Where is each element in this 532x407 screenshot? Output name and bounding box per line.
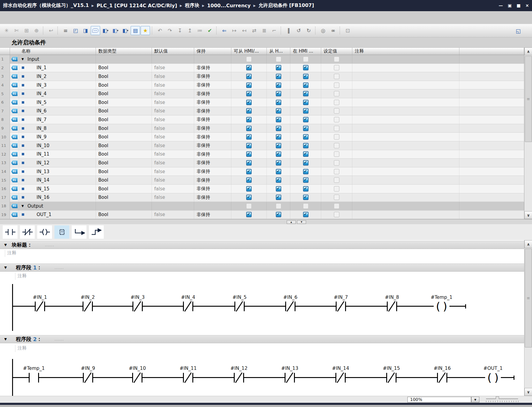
- name-cell[interactable]: IN_2: [19, 72, 96, 81]
- comment-cell[interactable]: [352, 211, 459, 219]
- retain-cell[interactable]: [194, 55, 231, 63]
- network-title-bar[interactable]: ▼程序段1：......: [0, 263, 524, 272]
- default-value-cell[interactable]: false: [152, 167, 194, 176]
- table-row[interactable]: 701IN_6Boolfalse非保持: [0, 107, 524, 116]
- nc-contact-element[interactable]: [234, 373, 244, 383]
- datatype-cell[interactable]: Bool: [96, 176, 152, 184]
- expand-triangle-icon[interactable]: ▼: [21, 204, 24, 208]
- setpoint-checkbox[interactable]: [334, 57, 339, 62]
- name-cell[interactable]: IN_5: [19, 98, 96, 107]
- comment-cell[interactable]: [352, 64, 459, 72]
- datatype-cell[interactable]: Bool: [96, 193, 152, 202]
- zoom-slider-track[interactable]: [486, 399, 518, 399]
- datatype-cell[interactable]: Bool: [96, 64, 152, 72]
- nc-contact-element[interactable]: [83, 373, 93, 383]
- hmi-writable-checkbox[interactable]: [276, 134, 281, 140]
- close-button[interactable]: ×: [525, 0, 529, 11]
- name-cell[interactable]: IN_8: [19, 124, 96, 133]
- hmi-accessible-checkbox[interactable]: [246, 134, 252, 140]
- network-display-icon[interactable]: ▤: [131, 26, 140, 35]
- favorite-open-branch-button[interactable]: [72, 225, 86, 239]
- ladder-scroll-down-button[interactable]: ∨: [524, 388, 532, 396]
- datatype-cell[interactable]: Bool: [96, 150, 152, 159]
- hmi-writable-checkbox[interactable]: [276, 74, 281, 79]
- operand-label[interactable]: #IN_8: [385, 295, 399, 301]
- setpoint-checkbox[interactable]: [334, 134, 339, 140]
- hmi-accessible-checkbox[interactable]: [246, 74, 252, 79]
- comment-cell[interactable]: [352, 141, 459, 150]
- column-header[interactable]: 设定值: [321, 48, 352, 55]
- hmi-writable-checkbox[interactable]: [276, 169, 281, 174]
- insert-row-icon[interactable]: ✳: [2, 26, 11, 35]
- know-how-protection-icon[interactable]: ⊡: [343, 26, 352, 35]
- breadcrumb-item[interactable]: 1000...Currency: [207, 3, 251, 8]
- table-row[interactable]: 1301IN_12Boolfalse非保持: [0, 159, 524, 167]
- datatype-cell[interactable]: Bool: [96, 159, 152, 167]
- hmi-accessible-checkbox[interactable]: [246, 169, 252, 174]
- name-cell[interactable]: IN_4: [19, 89, 96, 98]
- splitter-collapse-down-button[interactable]: ▼: [297, 220, 306, 224]
- save-snapshot-icon[interactable]: ↥: [185, 26, 194, 35]
- network-title-placeholder[interactable]: ......: [54, 337, 64, 341]
- column-header[interactable]: 在 HMI ...: [290, 48, 321, 55]
- hmi-visible-checkbox[interactable]: [303, 74, 308, 79]
- expand-triangle-icon[interactable]: ▼: [21, 57, 24, 61]
- find-replace-icon[interactable]: ◎: [318, 26, 328, 35]
- name-cell[interactable]: IN_1: [19, 64, 96, 72]
- hmi-visible-checkbox[interactable]: [303, 195, 308, 200]
- operand-label[interactable]: #IN_5: [233, 295, 247, 301]
- retain-cell[interactable]: 非保持: [194, 72, 231, 81]
- absolute-operands-icon[interactable]: ◧▾: [101, 26, 110, 35]
- retain-cell[interactable]: 非保持: [194, 81, 231, 89]
- name-cell[interactable]: ▼Input: [19, 55, 96, 63]
- retain-cell[interactable]: 非保持: [194, 150, 231, 159]
- retain-cell[interactable]: 非保持: [194, 133, 231, 141]
- datatype-cell[interactable]: Bool: [96, 133, 152, 141]
- hmi-visible-checkbox[interactable]: [303, 117, 308, 122]
- table-scrollbar[interactable]: ∧ ≡ ∨: [524, 47, 532, 219]
- name-cell[interactable]: IN_7: [19, 115, 96, 124]
- name-cell[interactable]: IN_12: [19, 159, 96, 167]
- retain-cell[interactable]: 非保持: [194, 185, 231, 193]
- outdent-icon[interactable]: ↤: [240, 26, 249, 35]
- row-name[interactable]: IN_14: [37, 177, 49, 183]
- comment-cell[interactable]: [352, 55, 459, 63]
- previous-bookmark-icon[interactable]: ↺: [294, 26, 303, 35]
- setpoint-checkbox[interactable]: [334, 151, 339, 157]
- datatype-cell[interactable]: Bool: [96, 98, 152, 107]
- table-scroll-up-button[interactable]: ∧: [524, 47, 532, 55]
- minimize-button[interactable]: —: [499, 0, 503, 11]
- zoom-dropdown-button[interactable]: ▼: [471, 397, 479, 402]
- retain-cell[interactable]: 非保持: [194, 211, 231, 219]
- network-comment-placeholder[interactable]: 注释: [15, 273, 27, 280]
- hmi-visible-checkbox[interactable]: [303, 65, 308, 70]
- row-name[interactable]: IN_16: [37, 195, 49, 200]
- nc-contact-element[interactable]: [437, 373, 447, 383]
- nc-contact-element[interactable]: [335, 373, 346, 383]
- collapse-triangle-icon[interactable]: ▼: [4, 266, 7, 270]
- operand-label[interactable]: #IN_14: [332, 366, 349, 372]
- favorite-close-branch-button[interactable]: [89, 225, 104, 239]
- row-name[interactable]: IN_10: [37, 143, 49, 148]
- default-value-cell[interactable]: false: [152, 107, 194, 115]
- nc-contact-element[interactable]: [183, 373, 193, 383]
- hmi-accessible-checkbox[interactable]: [246, 160, 252, 166]
- row-name[interactable]: OUT_1: [37, 212, 51, 217]
- setpoint-checkbox[interactable]: [334, 169, 339, 174]
- hmi-accessible-checkbox[interactable]: [246, 91, 252, 96]
- name-cell[interactable]: ▼Output: [19, 202, 96, 210]
- operand-label[interactable]: #IN_4: [181, 295, 195, 301]
- retain-cell[interactable]: 非保持: [194, 89, 231, 98]
- coil-element[interactable]: (): [434, 301, 449, 312]
- row-name[interactable]: IN_8: [37, 126, 47, 131]
- hmi-writable-checkbox[interactable]: [276, 203, 281, 209]
- hmi-accessible-checkbox[interactable]: [246, 108, 252, 114]
- hmi-writable-checkbox[interactable]: [276, 160, 281, 166]
- nc-contact-element[interactable]: [183, 302, 193, 311]
- network-title-bar[interactable]: ▼程序段2：......: [0, 335, 524, 343]
- comment-toggle-icon[interactable]: ...: [91, 26, 100, 35]
- compile-icon[interactable]: ✔: [205, 26, 214, 35]
- split-editor-horizontal-icon[interactable]: ◰: [71, 26, 80, 35]
- default-value-cell[interactable]: false: [152, 98, 194, 107]
- hmi-visible-checkbox[interactable]: [303, 91, 308, 96]
